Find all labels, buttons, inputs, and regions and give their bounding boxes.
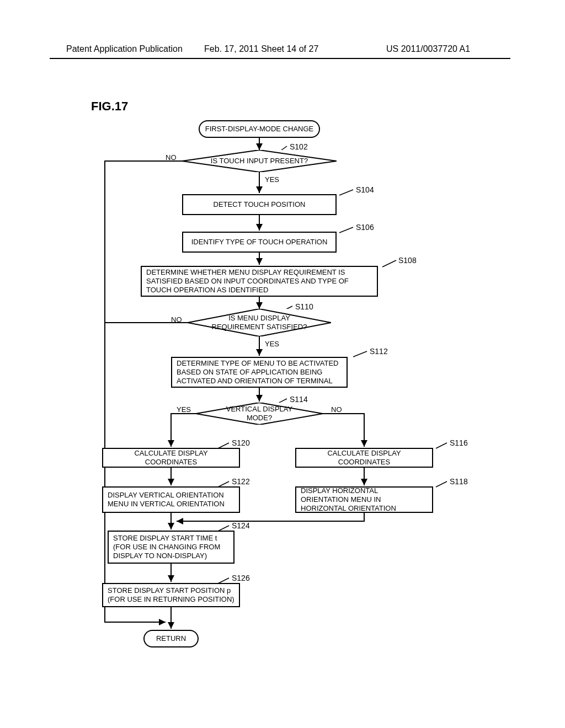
edge-yes-s102: YES	[265, 175, 279, 184]
decision-s102-text: IS TOUCH INPUT PRESENT?	[194, 157, 324, 165]
edge-yes-s114: YES	[177, 405, 191, 414]
process-s104-text: DETECT TOUCH POSITION	[214, 200, 306, 209]
header-right: US 2011/0037720 A1	[386, 44, 470, 54]
process-s126: STORE DISPLAY START POSITION p (FOR USE …	[102, 583, 240, 607]
edge-no-s102: NO	[166, 153, 177, 162]
process-s104: DETECT TOUCH POSITION	[182, 194, 337, 215]
process-s122: DISPLAY VERTICAL ORIENTATION MENU IN VER…	[102, 486, 240, 513]
step-label-s126: S126	[232, 574, 250, 582]
svg-line-20	[436, 443, 447, 448]
process-s124: STORE DISPLAY START TIME t (FOR USE IN C…	[108, 531, 234, 564]
decision-s114-text: VERTICAL DISPLAY MODE?	[196, 405, 323, 422]
process-s116-text: CALCULATE DISPLAY COORDINATES	[301, 449, 428, 467]
decision-s102: IS TOUCH INPUT PRESENT?	[182, 150, 337, 172]
flow-start: FIRST-DISPLAY-MODE CHANGE	[199, 120, 320, 138]
svg-line-15	[382, 260, 396, 267]
flow-return-text: RETURN	[156, 634, 186, 643]
header-mid: Feb. 17, 2011 Sheet 14 of 27	[204, 44, 318, 54]
step-label-s122: S122	[232, 477, 250, 486]
step-label-s116: S116	[450, 438, 468, 447]
step-label-s110: S110	[295, 302, 313, 311]
step-label-s112: S112	[370, 347, 388, 356]
step-label-s106: S106	[356, 223, 374, 232]
process-s108: DETERMINE WHETHER MENU DISPLAY REQUIREME…	[141, 266, 378, 297]
flow-start-text: FIRST-DISPLAY-MODE CHANGE	[205, 125, 313, 133]
svg-line-17	[353, 351, 367, 357]
edge-no-s114: NO	[331, 405, 342, 414]
process-s118-text: DISPLAY HORIZONTAL ORIENTATION MENU IN H…	[301, 486, 428, 513]
step-label-s124: S124	[232, 521, 250, 530]
decision-s110-text: IS MENU DISPLAY REQUIREMENT SATISFIED?	[195, 314, 324, 331]
process-s116: CALCULATE DISPLAY COORDINATES	[295, 448, 433, 468]
flow-return: RETURN	[143, 630, 199, 647]
process-s122-text: DISPLAY VERTICAL ORIENTATION MENU IN VER…	[108, 491, 234, 509]
header-rule	[50, 58, 510, 59]
edge-no-s110: NO	[171, 315, 182, 324]
edge-yes-s110: YES	[265, 340, 279, 348]
figure-label: FIG.17	[91, 99, 128, 114]
process-s124-text: STORE DISPLAY START TIME t (FOR USE IN C…	[113, 534, 229, 561]
process-s106: IDENTIFY TYPE OF TOUCH OPERATION	[182, 232, 337, 253]
decision-s114: VERTICAL DISPLAY MODE?	[196, 403, 323, 425]
svg-line-14	[339, 227, 353, 233]
process-s106-text: IDENTIFY TYPE OF TOUCH OPERATION	[191, 238, 328, 247]
svg-line-22	[436, 481, 447, 487]
process-s126-text: STORE DISPLAY START POSITION p (FOR USE …	[108, 586, 234, 604]
step-label-s114: S114	[290, 395, 308, 404]
svg-line-13	[339, 190, 353, 195]
decision-s110: IS MENU DISPLAY REQUIREMENT SATISFIED?	[188, 309, 331, 336]
step-label-s104: S104	[356, 185, 374, 194]
process-s120: CALCULATE DISPLAY COORDINATES	[102, 448, 240, 468]
process-s120-text: CALCULATE DISPLAY COORDINATES	[108, 449, 234, 467]
process-s118: DISPLAY HORIZONTAL ORIENTATION MENU IN H…	[295, 486, 433, 513]
step-label-s102: S102	[290, 142, 308, 151]
header-left: Patent Application Publication	[66, 44, 183, 54]
step-label-s120: S120	[232, 438, 250, 447]
process-s112-text: DETERMINE TYPE OF MENU TO BE ACTIVATED B…	[177, 359, 342, 386]
process-s108-text: DETERMINE WHETHER MENU DISPLAY REQUIREME…	[146, 268, 372, 295]
page: Patent Application Publication Feb. 17, …	[0, 0, 565, 728]
step-label-s108: S108	[398, 256, 417, 265]
process-s112: DETERMINE TYPE OF MENU TO BE ACTIVATED B…	[171, 357, 348, 388]
step-label-s118: S118	[450, 477, 468, 486]
